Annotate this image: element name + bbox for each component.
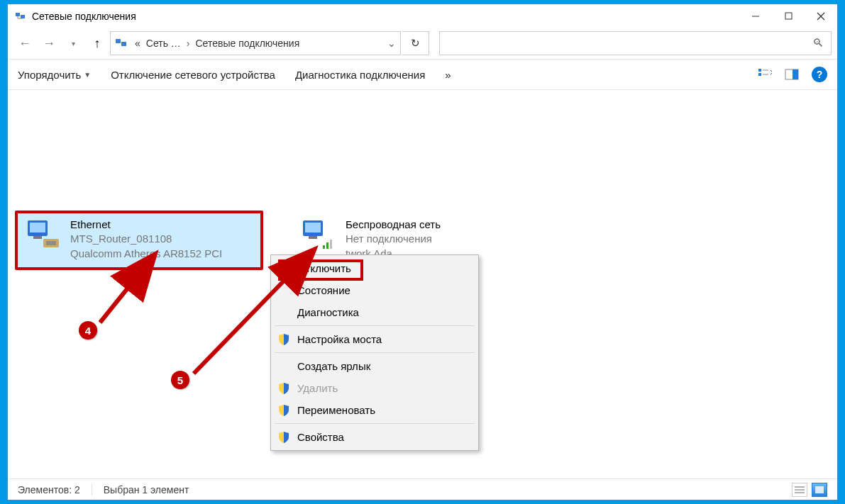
- svg-rect-20: [305, 223, 321, 233]
- wifi-adapter-icon: [299, 218, 338, 252]
- menu-item-rename[interactable]: Переименовать: [273, 399, 476, 421]
- content-area[interactable]: Ethernet MTS_Router_081108 Qualcomm Athe…: [8, 90, 837, 478]
- svg-rect-24: [330, 240, 332, 249]
- svg-rect-3: [785, 13, 792, 19]
- chevron-right-icon[interactable]: ›: [184, 38, 193, 49]
- svg-rect-0: [16, 13, 20, 16]
- up-button[interactable]: ↑: [86, 33, 109, 54]
- address-dropdown-icon[interactable]: ⌄: [387, 38, 396, 49]
- location-icon: [115, 37, 128, 50]
- chevron-down-icon: ▼: [84, 71, 91, 79]
- forward-button[interactable]: →: [38, 33, 60, 54]
- annotation-callout-5: 5: [171, 371, 189, 389]
- menu-item-delete: Удалить: [273, 377, 476, 399]
- overflow-button[interactable]: »: [445, 69, 451, 81]
- maximize-button[interactable]: [772, 5, 805, 28]
- uac-shield-icon: [277, 404, 290, 417]
- organize-label: Упорядочить: [18, 69, 81, 81]
- svg-rect-16: [33, 236, 42, 239]
- svg-rect-9: [758, 73, 761, 76]
- svg-rect-6: [116, 39, 121, 43]
- status-bar: Элементов: 2 Выбран 1 элемент: [8, 478, 837, 500]
- annotation-callout-4: 4: [79, 321, 97, 340]
- svg-rect-8: [758, 69, 761, 72]
- svg-rect-13: [792, 69, 798, 79]
- svg-rect-18: [46, 241, 56, 245]
- refresh-button[interactable]: ↻: [402, 31, 429, 55]
- svg-rect-15: [30, 223, 45, 233]
- menu-separator: [275, 325, 475, 326]
- large-icons-view-button[interactable]: [812, 483, 827, 497]
- details-view-button[interactable]: [792, 483, 807, 497]
- menu-item-bridge[interactable]: Настройка моста: [273, 328, 476, 350]
- menu-item-status[interactable]: Состояние: [273, 279, 476, 301]
- menu-item-create-shortcut[interactable]: Создать ярлык: [273, 355, 476, 377]
- breadcrumb-prefix: «: [132, 38, 143, 49]
- organize-menu[interactable]: Упорядочить ▼: [18, 69, 91, 81]
- connection-status: Нет подключения: [346, 232, 441, 246]
- breadcrumb-current[interactable]: Сетевые подключения: [193, 38, 303, 49]
- window-title: Сетевые подключения: [32, 11, 739, 22]
- preview-pane-button[interactable]: [785, 67, 799, 82]
- context-menu: Отключить Состояние Диагностика Настройк…: [270, 254, 479, 451]
- svg-rect-7: [121, 42, 126, 46]
- search-icon: 🔍︎: [812, 37, 824, 50]
- uac-shield-icon: [277, 262, 290, 275]
- connection-name: Ethernet: [70, 218, 222, 232]
- svg-rect-1: [21, 15, 25, 18]
- svg-rect-30: [815, 486, 824, 493]
- recent-locations-button[interactable]: ▾: [62, 33, 84, 54]
- title-bar: Сетевые подключения: [8, 4, 837, 28]
- status-item-count: Элементов: 2: [18, 484, 80, 495]
- navigation-bar: ← → ▾ ↑ « Сеть … › Сетевые подключения ⌄…: [8, 28, 837, 59]
- uac-shield-icon: [277, 382, 290, 395]
- menu-item-properties[interactable]: Свойства: [273, 426, 476, 448]
- ethernet-adapter-icon: [23, 218, 63, 252]
- uac-shield-icon: [277, 333, 290, 346]
- svg-rect-21: [309, 236, 317, 239]
- address-bar[interactable]: « Сеть … › Сетевые подключения ⌄: [110, 31, 401, 55]
- connection-text: Ethernet MTS_Router_081108 Qualcomm Athe…: [70, 218, 222, 261]
- divider: [92, 484, 92, 495]
- back-button[interactable]: ←: [13, 33, 36, 54]
- status-item-selected: Выбран 1 элемент: [104, 484, 189, 495]
- disable-device-button[interactable]: Отключение сетевого устройства: [111, 69, 275, 81]
- minimize-button[interactable]: [739, 5, 772, 28]
- network-connections-icon: [15, 11, 26, 22]
- close-button[interactable]: [805, 5, 837, 28]
- menu-separator: [275, 423, 475, 424]
- menu-separator: [275, 352, 475, 353]
- command-bar: Упорядочить ▼ Отключение сетевого устрой…: [8, 59, 837, 90]
- connection-adapter: Qualcomm Atheros AR8152 PCI: [70, 247, 222, 261]
- svg-line-25: [100, 283, 132, 323]
- uac-shield-icon: [277, 431, 290, 444]
- view-options-button[interactable]: [758, 67, 772, 82]
- breadcrumb-root[interactable]: Сеть …: [143, 38, 184, 49]
- connection-item-ethernet[interactable]: Ethernet MTS_Router_081108 Qualcomm Athe…: [23, 218, 265, 261]
- search-box[interactable]: 🔍︎: [439, 31, 832, 55]
- diagnose-connection-button[interactable]: Диагностика подключения: [295, 69, 425, 81]
- connection-name: Беспроводная сеть: [346, 218, 441, 232]
- explorer-window: Сетевые подключения ← → ▾ ↑ « Сеть … › С…: [7, 4, 838, 500]
- connection-network: MTS_Router_081108: [70, 232, 222, 246]
- help-button[interactable]: ?: [812, 67, 827, 82]
- svg-rect-22: [323, 245, 325, 249]
- menu-item-disable[interactable]: Отключить: [273, 257, 476, 279]
- svg-rect-23: [326, 242, 328, 249]
- menu-item-diagnose[interactable]: Диагностика: [273, 301, 476, 323]
- window-controls: [739, 5, 837, 28]
